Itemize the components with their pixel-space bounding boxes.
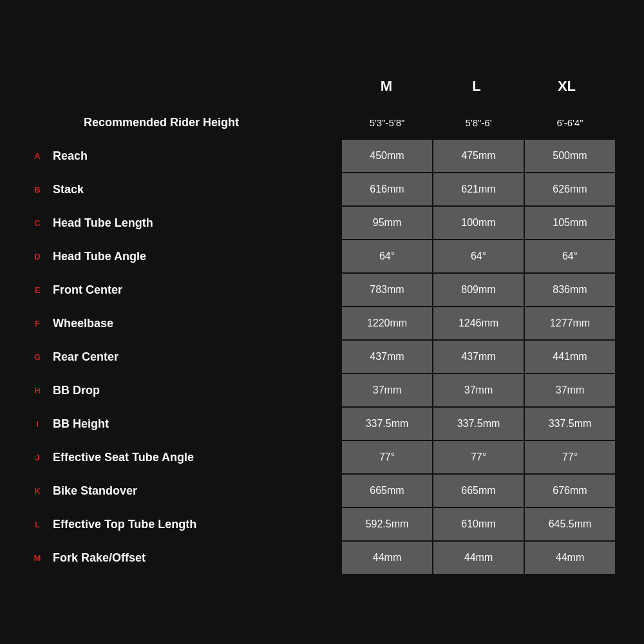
table-row: LEffective Top Tube Length592.5mm610mm64… bbox=[26, 508, 618, 540]
value-l: 809mm bbox=[433, 274, 524, 306]
value-xl: 441mm bbox=[525, 341, 615, 373]
spec-name-label: Head Tube Length bbox=[49, 216, 341, 230]
label-column: EFront Center bbox=[26, 274, 341, 306]
geometry-table: M L XL Recommended Rider Height5'3"-5'8"… bbox=[26, 69, 618, 575]
value-xl: 676mm bbox=[525, 475, 615, 507]
spec-name-label: Recommended Rider Height bbox=[80, 116, 341, 129]
value-l: 64° bbox=[433, 240, 524, 272]
value-l: 437mm bbox=[433, 341, 524, 373]
label-column: HBB Drop bbox=[26, 374, 341, 406]
value-xl: 44mm bbox=[525, 542, 615, 574]
value-xl: 500mm bbox=[525, 140, 615, 172]
value-m: 783mm bbox=[342, 274, 432, 306]
spec-name-label: Reach bbox=[49, 149, 341, 163]
value-xl: 626mm bbox=[525, 173, 615, 205]
value-xl: 836mm bbox=[525, 274, 615, 306]
size-header-m: M bbox=[341, 69, 431, 104]
label-column: IBB Height bbox=[26, 408, 341, 440]
value-m: 44mm bbox=[342, 542, 432, 574]
value-l: 475mm bbox=[433, 140, 524, 172]
table-row: Recommended Rider Height5'3"-5'8"5'8"-6'… bbox=[26, 106, 618, 138]
label-column: LEffective Top Tube Length bbox=[26, 508, 341, 540]
size-header-xl: XL bbox=[522, 69, 612, 104]
spec-name-label: Effective Top Tube Length bbox=[49, 518, 341, 531]
value-m: 95mm bbox=[342, 207, 432, 239]
size-header-l: L bbox=[431, 69, 522, 104]
spec-letter: E bbox=[26, 285, 49, 295]
value-xl: 337.5mm bbox=[525, 408, 615, 440]
label-column: JEffective Seat Tube Angle bbox=[26, 441, 341, 473]
value-m: 665mm bbox=[342, 475, 432, 507]
value-l: 610mm bbox=[433, 508, 524, 540]
table-row: EFront Center783mm809mm836mm bbox=[26, 274, 618, 306]
spec-letter: D bbox=[26, 252, 49, 261]
value-m: 1220mm bbox=[342, 307, 432, 339]
value-xl: 1277mm bbox=[525, 307, 615, 339]
table-row: HBB Drop37mm37mm37mm bbox=[26, 374, 618, 406]
spec-letter: L bbox=[26, 520, 49, 529]
spec-name-label: Stack bbox=[49, 183, 341, 196]
spec-letter: A bbox=[26, 151, 49, 161]
table-row: KBike Standover665mm665mm676mm bbox=[26, 475, 618, 507]
table-row: DHead Tube Angle64°64°64° bbox=[26, 240, 618, 272]
value-l: 37mm bbox=[433, 374, 524, 406]
label-column: KBike Standover bbox=[26, 475, 341, 507]
value-xl: 105mm bbox=[525, 207, 615, 239]
table-row: MFork Rake/Offset44mm44mm44mm bbox=[26, 542, 618, 574]
value-l: 621mm bbox=[433, 173, 524, 205]
column-header-row: M L XL bbox=[26, 69, 618, 104]
table-row: FWheelbase1220mm1246mm1277mm bbox=[26, 307, 618, 339]
value-m: 437mm bbox=[342, 341, 432, 373]
spec-letter: H bbox=[26, 386, 49, 395]
spec-name-label: Rear Center bbox=[49, 350, 341, 364]
value-l: 337.5mm bbox=[433, 408, 524, 440]
value-l: 100mm bbox=[433, 207, 524, 239]
value-xl: 645.5mm bbox=[525, 508, 615, 540]
label-column: Recommended Rider Height bbox=[26, 106, 341, 138]
table-row: AReach450mm475mm500mm bbox=[26, 140, 618, 172]
spec-name-label: Bike Standover bbox=[49, 484, 341, 498]
spec-name-label: Front Center bbox=[49, 283, 341, 297]
data-rows: Recommended Rider Height5'3"-5'8"5'8"-6'… bbox=[26, 106, 618, 575]
value-l: 77° bbox=[433, 441, 524, 473]
label-column: DHead Tube Angle bbox=[26, 240, 341, 272]
spec-letter: J bbox=[26, 453, 49, 462]
spec-letter: K bbox=[26, 486, 49, 496]
label-column: FWheelbase bbox=[26, 307, 341, 339]
spec-name-label: BB Height bbox=[49, 417, 341, 431]
spec-letter: I bbox=[26, 419, 49, 429]
spec-name-label: Fork Rake/Offset bbox=[49, 551, 341, 565]
value-xl: 64° bbox=[525, 240, 615, 272]
spec-letter: C bbox=[26, 218, 49, 228]
table-row: JEffective Seat Tube Angle77°77°77° bbox=[26, 441, 618, 473]
spec-letter: G bbox=[26, 352, 49, 362]
value-m: 592.5mm bbox=[342, 508, 432, 540]
table-row: BStack616mm621mm626mm bbox=[26, 173, 618, 205]
label-column: GRear Center bbox=[26, 341, 341, 373]
spec-letter: B bbox=[26, 185, 49, 194]
value-m: 64° bbox=[342, 240, 432, 272]
value-l: 5'8"-6' bbox=[433, 106, 524, 138]
value-l: 665mm bbox=[433, 475, 524, 507]
value-xl: 77° bbox=[525, 441, 615, 473]
spec-name-label: BB Drop bbox=[49, 384, 341, 397]
value-m: 450mm bbox=[342, 140, 432, 172]
value-m: 616mm bbox=[342, 173, 432, 205]
table-row: CHead Tube Length95mm100mm105mm bbox=[26, 207, 618, 239]
label-column: BStack bbox=[26, 173, 341, 205]
spec-name-label: Wheelbase bbox=[49, 317, 341, 330]
spec-letter: M bbox=[26, 553, 49, 563]
value-m: 337.5mm bbox=[342, 408, 432, 440]
value-m: 77° bbox=[342, 441, 432, 473]
value-m: 37mm bbox=[342, 374, 432, 406]
value-xl: 6'-6'4" bbox=[525, 106, 615, 138]
value-m: 5'3"-5'8" bbox=[342, 106, 432, 138]
spec-letter: F bbox=[26, 319, 49, 328]
spec-name-label: Head Tube Angle bbox=[49, 250, 341, 263]
value-l: 1246mm bbox=[433, 307, 524, 339]
label-column: AReach bbox=[26, 140, 341, 172]
table-row: GRear Center437mm437mm441mm bbox=[26, 341, 618, 373]
label-column: CHead Tube Length bbox=[26, 207, 341, 239]
value-l: 44mm bbox=[433, 542, 524, 574]
label-column: MFork Rake/Offset bbox=[26, 542, 341, 574]
